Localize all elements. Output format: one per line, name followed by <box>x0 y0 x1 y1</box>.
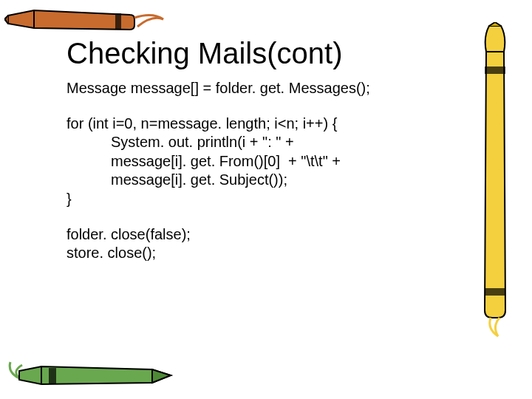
svg-rect-3 <box>49 368 56 384</box>
code-for-block: for (int i=0, n=message. length; i<n; i+… <box>66 115 451 209</box>
svg-rect-2 <box>485 288 505 296</box>
code-line-closebrace: } <box>66 190 451 209</box>
slide-title: Checking Mails(cont) <box>66 37 451 70</box>
slide: Checking Mails(cont) Message message[] =… <box>0 0 532 399</box>
code-line-storeclose: store. close(); <box>66 244 451 263</box>
crayon-decoration-right <box>476 22 513 340</box>
code-line-println: System. out. println(i + ": " + <box>66 133 451 152</box>
code-close-block: folder. close(false); store. close(); <box>66 225 451 263</box>
code-line-from: message[i]. get. From()[0] + "\t\t" + <box>66 152 451 171</box>
crayon-decoration-top <box>4 4 167 35</box>
code-line-1: Message message[] = folder. get. Message… <box>66 79 451 98</box>
crayon-decoration-bottom <box>4 358 174 395</box>
code-line-subject: message[i]. get. Subject()); <box>66 171 451 190</box>
svg-rect-1 <box>485 66 505 74</box>
code-line-for: for (int i=0, n=message. length; i<n; i+… <box>66 115 451 134</box>
svg-rect-0 <box>115 13 121 30</box>
code-line-folderclose: folder. close(false); <box>66 225 451 245</box>
